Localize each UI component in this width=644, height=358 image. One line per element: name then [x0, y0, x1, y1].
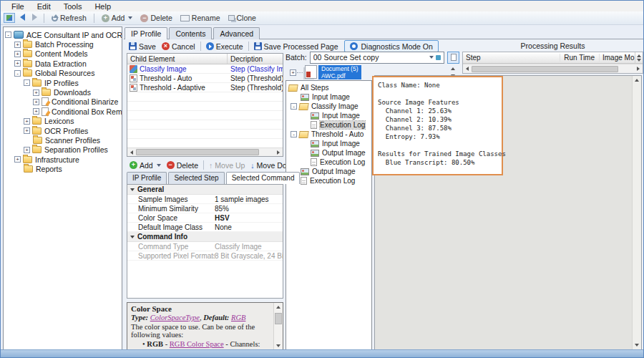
grid-horizontal-scrollbar[interactable]	[127, 147, 283, 156]
property-row-command-type[interactable]: Command TypeClassify Image	[127, 242, 283, 251]
step-item-all-steps[interactable]: All Steps	[286, 83, 371, 92]
section-command-info[interactable]: Command Info	[127, 232, 283, 242]
expander-icon[interactable]: +	[14, 51, 21, 57]
expander-icon[interactable]: +	[24, 118, 30, 125]
back-button[interactable]	[17, 14, 27, 22]
tree-item-downloads[interactable]: +Downloads	[4, 87, 122, 97]
section-general[interactable]: General	[127, 185, 283, 195]
expander-icon[interactable]: +	[33, 108, 39, 115]
menu-edit[interactable]: Edit	[31, 1, 57, 11]
step-item-classify-input-image[interactable]: Input Image	[286, 111, 371, 120]
tab-selected-command[interactable]: Selected Command	[226, 172, 301, 184]
tab-selected-step[interactable]: Selected Step	[168, 172, 224, 184]
default-link[interactable]: RGB	[231, 314, 245, 321]
scroll-left-icon[interactable]	[463, 65, 472, 73]
expander-icon[interactable]: +	[290, 69, 296, 76]
tree-item-infrastructure[interactable]: +Infrastructure	[4, 155, 122, 164]
menu-help[interactable]: Help	[88, 1, 117, 11]
scrollbar-thumb[interactable]	[275, 313, 282, 324]
expander-icon[interactable]: +	[14, 60, 21, 67]
tab-ip-profile[interactable]: IP Profile	[125, 27, 167, 39]
tree-item-batch-processing[interactable]: +Batch Processing	[4, 39, 122, 49]
tree-item-reports[interactable]: Reports	[4, 164, 122, 173]
show-document-toggle[interactable]	[447, 52, 459, 64]
step-item-threshold-input-image[interactable]: Input Image	[286, 139, 371, 148]
batch-select[interactable]: 00 Source Set copy	[310, 52, 444, 64]
tree-item-conditional-binarize[interactable]: +Conditional Binarize	[4, 97, 122, 107]
expander-icon[interactable]: +	[24, 127, 30, 134]
expander-icon[interactable]: -	[291, 103, 297, 110]
tree-item-root[interactable]: -ACE Consultant IP and OCR	[4, 30, 122, 39]
forward-button[interactable]	[29, 14, 39, 22]
expander-icon[interactable]: -	[291, 131, 297, 137]
step-item-threshold-auto[interactable]: -Threshold - Auto	[286, 130, 371, 139]
tab-contents[interactable]: Contents	[169, 27, 212, 39]
property-row-default-image-class[interactable]: Default Image ClassNone	[127, 223, 283, 232]
document-item-selected[interactable]: Document (5) AWC.pdf	[318, 65, 361, 79]
delete-element-button[interactable]: −Delete	[164, 160, 201, 170]
cancel-button[interactable]: ×Cancel	[159, 42, 198, 52]
help-vertical-scrollbar[interactable]	[273, 303, 283, 350]
tree-item-global-resources[interactable]: -Global Resources	[4, 69, 122, 78]
step-item-threshold-execution-log[interactable]: Execution Log	[286, 158, 371, 167]
delete-button[interactable]: − Delete	[137, 13, 175, 23]
table-row-threshold-auto[interactable]: Threshold - Auto Step (Threshold)	[127, 74, 283, 83]
tree-item-content-models[interactable]: +Content Models	[4, 49, 122, 59]
document-thumbnail[interactable]	[305, 65, 317, 79]
clone-button[interactable]: Clone	[225, 13, 259, 23]
tree-item-ip-profiles[interactable]: -IP Profiles	[4, 78, 122, 87]
tree-item-conditional-box-removal[interactable]: +Conditional Box Removal	[4, 107, 122, 116]
column-header-step[interactable]: Step	[463, 54, 560, 62]
property-row-sample-images[interactable]: Sample Images1 sample images	[127, 195, 283, 204]
scrollbar-thumb[interactable]	[136, 149, 259, 155]
tab-advanced[interactable]: Advanced	[213, 27, 260, 39]
results-horizontal-scrollbar[interactable]	[463, 64, 643, 73]
rename-button[interactable]: Rename	[177, 13, 223, 23]
tree-item-ocr-profiles[interactable]: +OCR Profiles	[4, 126, 122, 135]
tree-item-data-extraction[interactable]: +Data Extraction	[4, 59, 122, 68]
scroll-up-icon[interactable]	[633, 76, 641, 84]
column-header-image-modified[interactable]: Image Mo	[599, 54, 635, 62]
tab-detail-ip-profile[interactable]: IP Profile	[127, 172, 167, 184]
table-row-classify-image[interactable]: Classify Image Step (Classify Image)	[127, 64, 283, 74]
expander-icon[interactable]: +	[14, 42, 21, 48]
property-row-color-space[interactable]: Color SpaceHSV	[127, 213, 283, 223]
execute-button[interactable]: Execute	[203, 42, 246, 52]
expander-icon[interactable]: +	[24, 147, 30, 153]
scroll-up-icon[interactable]	[274, 303, 283, 311]
expander-icon[interactable]: +	[33, 99, 39, 105]
expander-icon[interactable]: -	[14, 70, 21, 77]
scrollbar-thumb[interactable]	[472, 66, 618, 72]
step-item-threshold-output-image[interactable]: Output Image	[286, 148, 371, 158]
scroll-right-icon[interactable]	[274, 148, 283, 156]
property-row-minimum-similarity[interactable]: Minimum Similarity85%	[127, 204, 283, 213]
navigation-pane-toggle-button[interactable]	[4, 13, 15, 23]
add-element-button[interactable]: +Add	[127, 160, 164, 170]
property-row-supported-pixel-formats[interactable]: Supported Pixel Formats8 Bit Grayscale, …	[127, 251, 283, 261]
table-row-threshold-adaptive[interactable]: Threshold - Adaptive Step (Threshold)	[127, 83, 283, 92]
expander-icon[interactable]: -	[24, 79, 30, 86]
menu-tools[interactable]: Tools	[57, 1, 89, 11]
scroll-left-icon[interactable]	[127, 148, 136, 156]
column-header-description[interactable]: Decription	[228, 54, 283, 64]
move-up-button[interactable]: ↑Move Up	[206, 160, 248, 170]
save-processed-page-button[interactable]: Save Processed Page	[251, 42, 341, 52]
menu-file[interactable]: File	[5, 1, 31, 11]
expander-icon[interactable]: -	[5, 32, 11, 38]
column-header-run-time[interactable]: Run Time	[560, 54, 599, 62]
add-button[interactable]: + Add	[99, 13, 136, 23]
expander-icon[interactable]: +	[33, 90, 39, 96]
step-item-input-image[interactable]: Input Image	[286, 92, 371, 102]
tree-item-lexicons[interactable]: +Lexicons	[4, 117, 122, 126]
refresh-button[interactable]: Refresh	[49, 13, 89, 23]
tree-item-separation-profiles[interactable]: +Separation Profiles	[4, 145, 122, 155]
tree-item-scanner-profiles[interactable]: Scanner Profiles	[4, 135, 122, 145]
type-link[interactable]: ColorSpaceType	[150, 314, 200, 321]
expander-icon[interactable]: +	[14, 156, 21, 163]
bullet-link[interactable]: RGB Color Space	[170, 340, 224, 348]
viewer-vertical-scrollbar[interactable]	[632, 76, 641, 349]
save-button[interactable]: Save	[126, 42, 159, 52]
step-item-classify-execution-log[interactable]: Execution Log	[286, 120, 371, 130]
column-header-child-element[interactable]: Child Element	[127, 54, 228, 64]
header-scroller[interactable]	[635, 52, 643, 64]
